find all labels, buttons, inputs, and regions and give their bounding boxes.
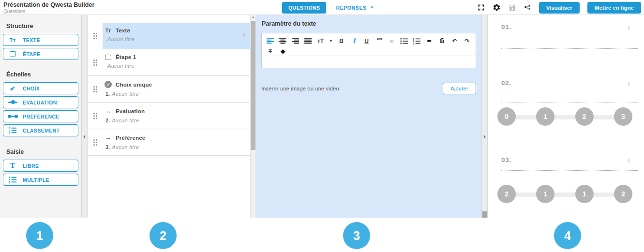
align-left-icon[interactable]: [266, 38, 274, 44]
settings-gear-icon[interactable]: [493, 3, 501, 12]
sidebar-item-label: ÉTAPE: [23, 51, 40, 57]
check-icon: ✔: [8, 85, 17, 92]
scrollbar-thumb[interactable]: [251, 21, 255, 150]
eraser-icon[interactable]: ◆: [279, 48, 287, 54]
visualiser-button[interactable]: Visualiser: [539, 2, 580, 14]
preference-range-icon: [8, 116, 17, 117]
add-media-button[interactable]: Ajouter: [443, 83, 476, 94]
scale-option[interactable]: 2: [614, 185, 632, 203]
blockquote-icon[interactable]: ””: [375, 38, 383, 44]
media-label: Insérer une image ou une vidéo: [261, 86, 339, 91]
qwesta-builder-app: Présentation de Qwesta Builder Questions…: [0, 0, 644, 252]
scrollbar-thumb[interactable]: [482, 211, 487, 218]
question-number: 3.: [105, 144, 110, 150]
scale-option[interactable]: 1: [575, 185, 594, 203]
scale-option[interactable]: 3: [614, 107, 632, 126]
question-subtitle: Aucun titre: [107, 36, 135, 42]
svg-text:3: 3: [413, 42, 414, 44]
scale-option[interactable]: 2: [575, 107, 594, 126]
bullet-list-icon[interactable]: [400, 38, 408, 44]
chevron-right-icon: ›: [242, 30, 246, 40]
preview-question-1: 01. ‹: [501, 23, 630, 30]
drag-handle-icon[interactable]: [88, 129, 103, 155]
sidebar-item-etape[interactable]: ÉTAPE: [3, 48, 78, 60]
sidebar-item-texte[interactable]: Tт TEXTE: [3, 34, 78, 46]
scale-option[interactable]: 0: [497, 107, 516, 126]
question-title: Choix unique: [116, 82, 152, 88]
share-icon[interactable]: [524, 4, 531, 12]
clear-formatting-icon[interactable]: T: [266, 48, 274, 54]
drag-handle-icon[interactable]: [88, 76, 103, 102]
step-icon: [105, 55, 112, 60]
redo-icon[interactable]: ↷: [463, 38, 471, 44]
scrollbar[interactable]: ▲: [250, 15, 255, 218]
align-center-icon[interactable]: [279, 38, 287, 44]
scale-track: [503, 115, 627, 119]
sidebar-item-multiple[interactable]: MULTIPLE: [3, 174, 78, 186]
font-size-icon[interactable]: тT: [316, 38, 325, 44]
preview-panel: 01. ‹ 02. ‹ 0 1 2 3 03. ‹ 2 1 1 2: [488, 15, 644, 218]
sidebar-item-preference[interactable]: PRÉFÉRENCE: [3, 110, 78, 122]
element-sidebar: Structure Tт TEXTE ÉTAPE Échelles ✔ CHOI…: [0, 15, 81, 218]
sidebar-item-label: CHOIX: [23, 86, 40, 91]
scroll-up-icon[interactable]: ▲: [251, 15, 255, 18]
section-heading-structure: Structure: [6, 15, 81, 30]
question-item-etape[interactable]: Étape 1 Aucun titre: [88, 49, 250, 76]
chevron-left-icon[interactable]: ‹: [627, 23, 630, 30]
collapse-left-icon[interactable]: ‹: [82, 133, 87, 140]
bold-icon[interactable]: B: [337, 38, 345, 44]
drag-handle-icon[interactable]: [88, 103, 103, 129]
sidebar-item-evaluation[interactable]: EVALUATION: [3, 96, 78, 108]
question-subtitle: Aucun titre: [112, 144, 139, 150]
italic-icon[interactable]: I: [350, 38, 358, 44]
richtext-input[interactable]: [262, 56, 476, 68]
undo-icon[interactable]: ↶: [450, 38, 459, 44]
drag-handle-icon[interactable]: [88, 49, 103, 75]
step-marker-2: 2: [150, 222, 177, 249]
sidebar-item-libre[interactable]: T LIBRE: [3, 160, 78, 172]
chevron-left-icon[interactable]: ‹: [627, 79, 630, 87]
scale-option[interactable]: 1: [536, 107, 554, 126]
font-options-icon[interactable]: fi: [438, 38, 446, 44]
underline-icon[interactable]: U: [362, 38, 371, 44]
sidebar-item-choix[interactable]: ✔ CHOIX: [3, 82, 78, 94]
tab-bar: QUESTIONS RÉPONSES ▼: [282, 0, 374, 15]
save-icon[interactable]: [509, 4, 516, 12]
text-icon: Tт: [105, 28, 112, 33]
editor-title: Paramètre du texte: [262, 20, 316, 27]
drag-handle-icon[interactable]: [88, 23, 103, 49]
preview-question-number: 01.: [501, 23, 511, 30]
scale-track: [503, 193, 627, 197]
scale-option[interactable]: 1: [536, 185, 554, 203]
sidebar-item-label: PRÉFÉRENCE: [23, 114, 60, 119]
tab-questions[interactable]: QUESTIONS: [282, 2, 326, 14]
bullet-list-icon: [8, 176, 17, 183]
expand-right-icon[interactable]: ›: [482, 133, 487, 140]
chevron-left-icon[interactable]: ‹: [627, 156, 630, 163]
sidebar-item-classement[interactable]: 123 CLASSEMENT: [3, 124, 78, 136]
publish-button[interactable]: Mettre en ligne: [587, 2, 641, 14]
sidebar-item-label: MULTIPLE: [23, 177, 49, 183]
question-item-texte[interactable]: Tт Texte Aucun titre ›: [88, 23, 250, 49]
section-heading-echelles: Échelles: [6, 62, 81, 78]
align-right-icon[interactable]: [291, 38, 300, 44]
font-size-caret-icon[interactable]: ▾: [329, 39, 333, 43]
arrows-icon: ↔: [105, 107, 112, 115]
question-title: Texte: [116, 28, 130, 33]
question-item-choix-unique[interactable]: ✔ Choix unique 1.Aucun titre: [88, 76, 250, 103]
question-subtitle: Aucun titre: [107, 63, 135, 69]
sidebar-item-label: EVALUATION: [23, 100, 57, 105]
step-marker-3: 3: [343, 222, 370, 249]
fullscreen-icon[interactable]: [478, 4, 485, 11]
tab-reponses[interactable]: RÉPONSES ▼: [336, 5, 374, 11]
scale-option[interactable]: 2: [497, 185, 516, 203]
preview-question-2: 02. ‹: [501, 79, 630, 87]
rating-scale: 2 1 1 2: [497, 185, 632, 204]
question-item-preference[interactable]: ↔ Préférence 3.Aucun titre: [88, 129, 250, 156]
richtext-toolbar: тT ▾ B I U ”” ∞ 123 ✒ fi ↶ ↷: [261, 33, 476, 68]
question-item-evaluation[interactable]: ↔ Evaluation 2.Aucun titre: [88, 103, 250, 129]
align-justify-icon[interactable]: [304, 38, 312, 44]
paintbrush-icon[interactable]: ✒: [425, 38, 434, 44]
ordered-list-icon[interactable]: 123: [413, 38, 421, 44]
link-icon[interactable]: ∞: [388, 38, 396, 44]
